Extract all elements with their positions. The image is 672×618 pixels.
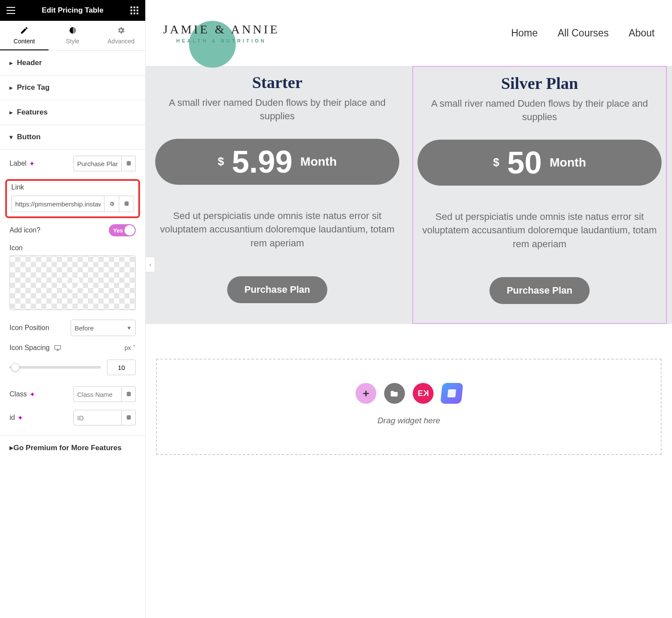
add-icon-toggle[interactable]: Yes [109, 224, 136, 236]
section-button[interactable]: ▾Button [0, 125, 145, 150]
purchase-button[interactable]: Purchase Plan [227, 276, 328, 303]
nav-home[interactable]: Home [511, 27, 538, 39]
button-controls: Label✦ Link Add icon? [0, 150, 145, 435]
responsive-device-icon[interactable] [54, 345, 61, 351]
control-icon-spacing-slider [10, 360, 136, 375]
folder-button[interactable] [384, 383, 405, 404]
widgets-grid-icon[interactable] [130, 6, 139, 15]
section-header[interactable]: ▸Header [0, 51, 145, 75]
svg-rect-0 [130, 7, 132, 8]
section-price-tag[interactable]: ▸Price Tag [0, 75, 145, 100]
nav-about[interactable]: About [629, 27, 655, 39]
link-options-gear-icon[interactable] [104, 196, 119, 212]
price-amount: 50 [507, 147, 542, 178]
plus-icon: + [362, 387, 369, 400]
plan-description: Sed ut perspiciatis unde omnis iste natu… [418, 210, 662, 252]
panel-collapse-toggle[interactable]: ‹ [146, 257, 155, 272]
section-go-premium[interactable]: ▸Go Premium for More Features [0, 435, 145, 460]
icon-spacing-slider[interactable] [10, 366, 101, 369]
price-pill: $ 5.99 Month [155, 139, 399, 185]
icon-picker[interactable] [10, 255, 136, 310]
plan-subtitle: A small river named Duden flows by their… [155, 96, 399, 123]
pricing-plan-starter[interactable]: Starter A small river named Duden flows … [151, 66, 404, 324]
plan-title: Starter [155, 73, 399, 92]
price-currency: $ [218, 155, 224, 168]
chevron-right-icon: ▸ [10, 84, 13, 91]
class-input[interactable] [73, 386, 122, 402]
ai-spark-icon[interactable]: ✦ [17, 414, 23, 422]
site-logo[interactable]: JAMIE & ANNIE HEALTH & NUTRITION [163, 23, 280, 43]
toggle-knob [124, 225, 135, 235]
icon-spacing-input[interactable] [107, 360, 136, 375]
svg-rect-7 [134, 13, 135, 14]
control-class: Class✦ [10, 386, 136, 402]
control-id: id✦ [10, 410, 136, 425]
templates-button[interactable] [440, 383, 463, 404]
control-icon-position: Icon Position Before [10, 320, 136, 336]
chevron-right-icon: ▸ [10, 443, 13, 452]
panel-tabs: Content Style Advanced [0, 21, 145, 51]
control-link-highlight: Link [5, 179, 140, 218]
chevron-down-icon: ▾ [10, 134, 13, 141]
brand-name: JAMIE & ANNIE [163, 23, 280, 36]
widget-dropzone[interactable]: + EK Drag widget here [156, 359, 662, 455]
elementskit-button[interactable]: EK [413, 383, 434, 404]
nav-all-courses[interactable]: All Courses [558, 27, 609, 39]
add-widget-button[interactable]: + [356, 383, 376, 404]
svg-rect-8 [137, 13, 138, 14]
price-pill: $ 50 Month [418, 140, 662, 186]
pricing-plans: Starter A small river named Duden flows … [146, 66, 672, 324]
dynamic-tags-icon[interactable] [119, 196, 134, 212]
control-add-icon: Add icon? Yes [10, 224, 136, 236]
panel-sections: ▸Header ▸Price Tag ▸Features ▾Button Lab… [0, 51, 145, 618]
panel-title: Edit Pricing Table [42, 6, 103, 15]
site-nav: Home All Courses About [511, 27, 655, 39]
control-icon-spacing-header: Icon Spacing px ˅ [10, 344, 136, 352]
svg-rect-4 [134, 10, 135, 11]
price-period: Month [550, 156, 586, 170]
chevron-right-icon: ▸ [10, 59, 13, 66]
link-input[interactable] [11, 196, 104, 212]
chevron-right-icon: ▸ [10, 109, 13, 116]
plan-subtitle: A small river named Duden flows by their… [418, 97, 662, 124]
dynamic-tags-icon[interactable] [122, 156, 136, 171]
unit-select[interactable]: px ˅ [124, 344, 136, 351]
tab-advanced-label: Advanced [108, 38, 134, 45]
site-header: JAMIE & ANNIE HEALTH & NUTRITION Home Al… [146, 0, 672, 66]
tab-advanced[interactable]: Advanced [97, 21, 145, 50]
slider-knob[interactable] [11, 363, 20, 372]
purchase-button[interactable]: Purchase Plan [489, 277, 590, 304]
svg-rect-3 [130, 10, 132, 11]
dynamic-tags-icon[interactable] [122, 386, 136, 402]
cube-icon [447, 389, 457, 398]
svg-rect-12 [55, 346, 60, 350]
icon-label: Icon [10, 244, 136, 252]
ai-spark-icon[interactable]: ✦ [29, 160, 35, 168]
dropzone-text: Drag widget here [166, 416, 652, 425]
brand-tagline: HEALTH & NUTRITION [163, 38, 280, 43]
link-label: Link [11, 183, 134, 191]
chevron-left-icon: ‹ [149, 261, 151, 268]
price-currency: $ [493, 156, 499, 169]
price-amount: 5.99 [232, 146, 293, 177]
tab-content-label: Content [13, 38, 35, 45]
preview-canvas: JAMIE & ANNIE HEALTH & NUTRITION Home Al… [146, 0, 672, 618]
svg-rect-1 [134, 7, 135, 8]
tab-style-label: Style [66, 38, 79, 45]
svg-rect-5 [137, 10, 138, 11]
dynamic-tags-icon[interactable] [122, 410, 136, 425]
plan-description: Sed ut perspiciatis unde omnis iste natu… [155, 209, 399, 251]
folder-icon [390, 390, 399, 397]
tab-style[interactable]: Style [49, 21, 97, 50]
id-input[interactable] [73, 410, 122, 425]
pricing-plan-silver[interactable]: Silver Plan A small river named Duden fl… [412, 66, 667, 324]
icon-position-select[interactable]: Before [71, 320, 136, 336]
label-input[interactable] [73, 156, 122, 171]
control-label: Label✦ [10, 156, 136, 171]
tab-content[interactable]: Content [0, 21, 49, 50]
section-features[interactable]: ▸Features [0, 100, 145, 125]
ai-spark-icon[interactable]: ✦ [29, 390, 35, 399]
editor-panel: Edit Pricing Table Content Style Advance… [0, 0, 146, 618]
hamburger-icon[interactable] [6, 6, 16, 15]
svg-rect-2 [137, 7, 138, 8]
